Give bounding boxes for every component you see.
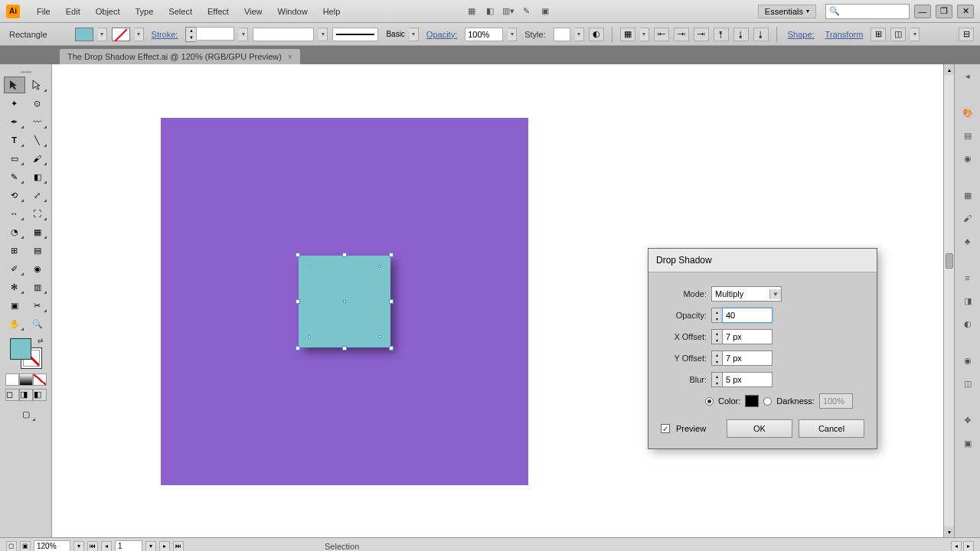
slice-tool[interactable]: ✂ xyxy=(27,297,48,314)
zoom-input[interactable] xyxy=(34,540,70,552)
appearance-panel-icon[interactable]: ◉ xyxy=(959,352,976,369)
eyedropper-tool[interactable]: ✐ xyxy=(4,260,25,277)
width-tool[interactable]: ↔ xyxy=(4,205,25,222)
menu-help[interactable]: Help xyxy=(315,4,348,19)
color-swatch[interactable] xyxy=(745,395,759,407)
eraser-tool[interactable]: ◧ xyxy=(27,168,48,185)
perspective-tool[interactable]: ▦ xyxy=(27,223,48,240)
mode-select[interactable]: Multiply ▼ xyxy=(711,286,782,302)
align-top-icon[interactable]: ⭱ xyxy=(714,28,729,41)
direct-selection-tool[interactable] xyxy=(27,77,48,93)
edit-icon[interactable]: ◫ xyxy=(890,28,906,41)
artboard-input[interactable] xyxy=(115,540,142,552)
opacity-link[interactable]: Opacity: xyxy=(423,30,460,39)
color-panel-icon[interactable]: 🎨 xyxy=(959,104,976,121)
rotate-tool[interactable]: ⟲ xyxy=(4,187,25,204)
libraries-panel-icon[interactable]: ▤ xyxy=(959,127,976,144)
graphic-styles-panel-icon[interactable]: ◫ xyxy=(959,375,976,392)
style-select[interactable] xyxy=(554,28,570,41)
document-tab[interactable]: The Drop Shadow Effect.ai @ 120% (RGB/GP… xyxy=(60,49,300,64)
preview-checkbox[interactable]: ✓ xyxy=(661,424,670,433)
rectangle-tool[interactable]: ▭ xyxy=(4,150,25,167)
align-dropdown[interactable] xyxy=(640,28,649,41)
swatches-panel-icon[interactable]: ▦ xyxy=(959,187,976,204)
artboard-nav-icon[interactable]: ▣ xyxy=(20,541,31,552)
draw-inside-button[interactable]: ◧ xyxy=(33,389,47,401)
view-mode-icon[interactable]: ▢ xyxy=(6,541,17,552)
blur-input[interactable] xyxy=(722,372,773,387)
selection-tool[interactable] xyxy=(4,77,25,93)
shape-link[interactable]: Shape: xyxy=(785,30,818,39)
first-artboard-button[interactable]: ⏮ xyxy=(87,541,98,552)
menu-view[interactable]: View xyxy=(237,4,270,19)
hscroll-left-button[interactable]: ◂ xyxy=(951,541,962,552)
artboard-dropdown[interactable]: ▾ xyxy=(145,541,156,552)
cancel-button[interactable]: Cancel xyxy=(799,419,864,438)
brush-profile-dropdown[interactable] xyxy=(318,28,328,41)
color-radio[interactable] xyxy=(705,397,714,406)
sync-icon[interactable]: ✎ xyxy=(519,4,534,19)
align-bottom-icon[interactable]: ⭳ xyxy=(753,28,769,41)
color-guide-panel-icon[interactable]: ◉ xyxy=(959,150,976,167)
next-artboard-button[interactable]: ▸ xyxy=(159,541,170,552)
arrange-icon[interactable]: ▥▾ xyxy=(501,4,516,19)
stroke-weight-dropdown[interactable] xyxy=(239,28,248,41)
align-icon[interactable]: ▦ xyxy=(620,28,635,41)
style-dropdown[interactable] xyxy=(575,28,584,41)
pencil-tool[interactable]: ✎ xyxy=(4,168,25,185)
align-middle-icon[interactable]: ⭳ xyxy=(733,28,749,41)
control-menu-icon[interactable]: ⊟ xyxy=(959,28,974,41)
opacity-input[interactable] xyxy=(465,28,503,41)
fill-stroke-indicator[interactable]: ⇄ xyxy=(7,337,45,370)
opacity-dropdown[interactable] xyxy=(508,28,517,41)
menu-effect[interactable]: Effect xyxy=(200,4,237,19)
menu-select[interactable]: Select xyxy=(161,4,200,19)
lasso-tool[interactable]: ⊙ xyxy=(27,95,48,112)
align-center-icon[interactable]: ⭲ xyxy=(674,28,689,41)
line-tool[interactable]: ╲ xyxy=(27,132,48,148)
yoffset-stepper[interactable]: ▴▾ xyxy=(711,350,722,366)
fill-swatch[interactable] xyxy=(75,28,93,41)
search-input[interactable] xyxy=(840,7,901,15)
vertical-scrollbar[interactable]: ▴ ▾ xyxy=(943,64,954,537)
free-transform-tool[interactable]: ⛶ xyxy=(27,205,48,222)
menu-file[interactable]: File xyxy=(29,4,58,19)
hand-tool[interactable]: ✋ xyxy=(4,315,25,332)
symbol-sprayer-tool[interactable]: ✻ xyxy=(4,279,25,295)
zoom-tool[interactable]: 🔍 xyxy=(27,315,48,332)
artboard-tool[interactable]: ▣ xyxy=(4,297,25,314)
menu-window[interactable]: Window xyxy=(270,4,315,19)
transform-link[interactable]: Transform xyxy=(822,30,867,39)
zoom-dropdown[interactable]: ▾ xyxy=(74,541,84,552)
draw-normal-button[interactable]: ◻ xyxy=(5,389,19,401)
shape-builder-tool[interactable]: ◔ xyxy=(4,223,25,240)
magic-wand-tool[interactable]: ✦ xyxy=(4,95,25,112)
close-icon[interactable]: × xyxy=(288,53,292,61)
blend-tool[interactable]: ◉ xyxy=(27,260,48,277)
stock-icon[interactable]: ◧ xyxy=(482,4,498,19)
xoffset-input[interactable] xyxy=(722,329,773,344)
ok-button[interactable]: OK xyxy=(727,419,792,438)
mesh-tool[interactable]: ⊞ xyxy=(4,242,25,259)
blur-stepper[interactable]: ▴▾ xyxy=(711,372,722,387)
symbols-panel-icon[interactable]: ♣ xyxy=(959,233,976,249)
fill-dropdown[interactable] xyxy=(98,28,107,41)
menu-type[interactable]: Type xyxy=(128,4,162,19)
gradient-tool[interactable]: ▤ xyxy=(27,242,48,259)
edit-dropdown[interactable] xyxy=(910,28,920,41)
close-button[interactable]: ✕ xyxy=(957,5,974,18)
curvature-tool[interactable]: 〰 xyxy=(27,113,48,130)
stroke-dropdown[interactable] xyxy=(135,28,144,41)
align-left-icon[interactable]: ⭰ xyxy=(654,28,669,41)
scale-tool[interactable]: ⤢ xyxy=(27,187,48,204)
swap-icon[interactable]: ⇄ xyxy=(38,337,44,344)
prev-artboard-button[interactable]: ◂ xyxy=(101,541,112,552)
bridge-icon[interactable]: ▦ xyxy=(464,4,479,19)
gpu-icon[interactable]: ▣ xyxy=(537,4,553,19)
last-artboard-button[interactable]: ⏭ xyxy=(173,541,184,552)
dlg-opacity-input[interactable] xyxy=(722,308,773,323)
darkness-radio[interactable] xyxy=(763,397,772,406)
brush-definition[interactable] xyxy=(332,28,378,41)
search-box[interactable]: 🔍 xyxy=(825,4,910,19)
transparency-panel-icon[interactable]: ◐ xyxy=(959,315,976,332)
